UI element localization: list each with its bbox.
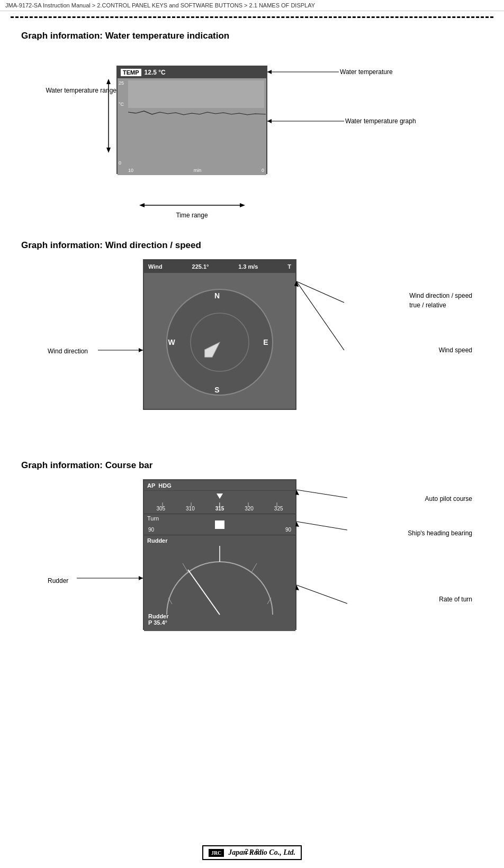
svg-marker-2 [106, 148, 111, 153]
hdg-305: 305 [156, 506, 165, 511]
ap-label: AP [147, 482, 155, 489]
rudder-annotation: Rudder [48, 577, 68, 584]
x-mid: min [194, 168, 202, 173]
wind-angle: 225.1° [192, 263, 209, 270]
wind-direction-annotation: Wind direction [48, 344, 185, 360]
svg-marker-27 [295, 522, 299, 527]
svg-marker-10 [139, 203, 145, 207]
dashed-separator [11, 16, 493, 18]
svg-text:Water temperature: Water temperature [340, 68, 393, 76]
course-bar-section: Graph information: Course bar AP HDG [0, 460, 504, 670]
turn-neg90: 90 [148, 527, 154, 533]
water-temp-graph-annotation-arrow: Water temperature graph [180, 113, 339, 129]
time-range-arrow [139, 199, 245, 212]
svg-marker-1 [106, 79, 111, 84]
svg-line-24 [296, 490, 347, 498]
turn-label: Turn [147, 515, 159, 522]
svg-text:Water temperature graph: Water temperature graph [345, 117, 416, 125]
hdg-310: 310 [186, 506, 195, 511]
svg-marker-22 [217, 494, 223, 499]
wind-speed-val: 1.3 m/s [238, 263, 258, 270]
jrc-badge: JRC [209, 849, 224, 857]
svg-marker-4 [267, 70, 272, 74]
hdg-315: 315 [215, 506, 224, 511]
water-temp-range-arrow [103, 79, 114, 153]
time-range-label: Time range [116, 212, 267, 219]
water-temp-section: Graph information: Water temperature ind… [0, 31, 504, 219]
hdg-label: HDG [158, 482, 171, 489]
wind-dir-speed-annotation: Wind direction / speed true / relative [409, 291, 472, 310]
page-number: 2－8 [245, 847, 259, 856]
wind-speed-annotation: Wind speed [439, 346, 472, 354]
svg-marker-17 [139, 348, 143, 352]
heading-bearing-arrow [254, 511, 371, 543]
x-left: 10 [128, 168, 133, 173]
wind-label: Wind [148, 263, 163, 270]
compass-north: N [214, 291, 220, 300]
course-bar-title: Graph information: Course bar [21, 460, 504, 471]
svg-marker-29 [139, 576, 143, 580]
svg-line-26 [296, 522, 347, 530]
wind-speed-arrow [254, 272, 360, 357]
rudder-annotation-arrow [74, 572, 154, 588]
hdg-320: 320 [245, 506, 254, 511]
rudder-value: RudderP 35.4° [148, 613, 169, 626]
svg-line-23 [188, 570, 220, 615]
wind-section: Graph information: Wind direction / spee… [0, 240, 504, 439]
wind-title: Graph information: Wind direction / spee… [21, 240, 504, 251]
wind-true-rel: T [287, 263, 291, 270]
water-temp-title: Graph information: Water temperature ind… [21, 31, 504, 41]
rate-of-turn-annotation: Rate of turn [439, 596, 472, 603]
x-right: 0 [262, 168, 264, 173]
breadcrumb: JMA-9172-SA Instruction Manual > 2.CONTR… [0, 0, 504, 11]
heading-bearing-annotation: Ship's heading bearing [408, 529, 472, 537]
rate-of-turn-arrow [254, 574, 371, 617]
svg-line-30 [296, 585, 347, 604]
svg-marker-11 [240, 203, 245, 207]
svg-text:Wind direction: Wind direction [48, 348, 88, 355]
compass-south: S [214, 386, 219, 394]
svg-marker-7 [267, 119, 272, 123]
heading-arrow [217, 494, 223, 499]
svg-line-20 [296, 281, 344, 350]
auto-pilot-arrow [254, 479, 371, 511]
company-name: Japan Radio Co., Ltd. [228, 848, 295, 857]
y-unit: °C [119, 102, 124, 107]
svg-marker-25 [295, 490, 299, 495]
water-temp-annotation-arrow: Water temperature [116, 66, 286, 97]
auto-pilot-annotation: Auto pilot course [425, 495, 472, 502]
